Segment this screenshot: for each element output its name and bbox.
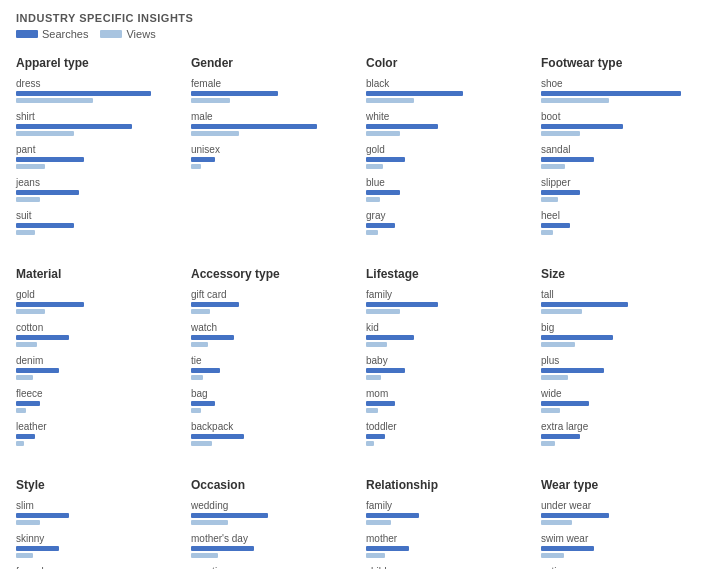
bar-label: extra large <box>541 421 704 432</box>
bar-label: cotton <box>16 322 179 333</box>
section-title-occasion: Occasion <box>191 478 354 492</box>
bar-item: backpack <box>191 421 354 446</box>
views-bar <box>366 408 378 413</box>
searches-bar <box>366 124 438 129</box>
bar-item: extra large <box>541 421 704 446</box>
searches-bar <box>191 368 220 373</box>
bar-label: pant <box>16 144 179 155</box>
bar-item: tie <box>191 355 354 380</box>
section-relationship: Relationshipfamilymotherchildgrandmother… <box>366 478 529 569</box>
bar-item: suit <box>16 210 179 235</box>
views-bar <box>366 98 414 103</box>
bar-item: mom <box>366 388 529 413</box>
bar-group <box>16 157 179 169</box>
bar-group <box>191 546 354 558</box>
bar-item: unisex <box>191 144 354 169</box>
searches-bar <box>541 91 681 96</box>
bar-item: denim <box>16 355 179 380</box>
searches-bar <box>16 368 59 373</box>
bar-group <box>366 190 529 202</box>
bar-group <box>191 434 354 446</box>
views-bar <box>541 553 564 558</box>
section-title-style: Style <box>16 478 179 492</box>
sections-grid: Apparel typedressshirtpantjeanssuitGende… <box>16 56 704 569</box>
bar-group <box>191 302 354 314</box>
bar-item: wedding <box>191 500 354 525</box>
views-bar <box>191 553 218 558</box>
bar-label: under wear <box>541 500 704 511</box>
bar-label: male <box>191 111 354 122</box>
searches-bar <box>191 157 215 162</box>
bar-group <box>16 223 179 235</box>
searches-bar <box>366 223 395 228</box>
views-bar <box>16 230 35 235</box>
views-bar <box>366 553 385 558</box>
searches-bar <box>16 223 74 228</box>
views-bar <box>191 98 230 103</box>
views-bar <box>366 131 400 136</box>
searches-bar <box>16 124 132 129</box>
views-bar <box>16 98 93 103</box>
views-bar <box>191 131 239 136</box>
views-bar <box>541 309 582 314</box>
views-bar <box>16 408 26 413</box>
views-bar <box>366 342 387 347</box>
bar-group <box>16 434 179 446</box>
views-bar-legend <box>100 30 122 38</box>
bar-label: female <box>191 78 354 89</box>
section-apparel-type: Apparel typedressshirtpantjeanssuit <box>16 56 179 243</box>
views-bar <box>541 98 609 103</box>
views-bar <box>366 441 374 446</box>
bar-item: mother's day <box>191 533 354 558</box>
views-bar <box>366 520 391 525</box>
views-bar <box>16 375 33 380</box>
bar-label: gray <box>366 210 529 221</box>
bar-group <box>366 434 529 446</box>
views-bar <box>16 164 45 169</box>
bar-group <box>191 513 354 525</box>
bar-label: bag <box>191 388 354 399</box>
bar-group <box>541 91 704 103</box>
bar-label: heel <box>541 210 704 221</box>
bar-group <box>541 513 704 525</box>
bar-group <box>366 335 529 347</box>
bar-group <box>366 513 529 525</box>
bar-group <box>191 401 354 413</box>
searches-bar <box>541 223 570 228</box>
bar-label: blue <box>366 177 529 188</box>
bar-label: denim <box>16 355 179 366</box>
bar-label: wedding <box>191 500 354 511</box>
bar-item: dress <box>16 78 179 103</box>
views-bar <box>191 408 201 413</box>
bar-item: swim wear <box>541 533 704 558</box>
searches-bar <box>366 434 385 439</box>
searches-bar <box>366 335 414 340</box>
bar-label: dress <box>16 78 179 89</box>
bar-label: swim wear <box>541 533 704 544</box>
bar-label: family <box>366 289 529 300</box>
bar-item: kid <box>366 322 529 347</box>
bar-item: heel <box>541 210 704 235</box>
bar-label: mom <box>366 388 529 399</box>
bar-item: fleece <box>16 388 179 413</box>
views-bar <box>366 309 400 314</box>
searches-bar <box>366 302 438 307</box>
bar-group <box>191 368 354 380</box>
bar-label: baby <box>366 355 529 366</box>
views-bar <box>16 197 40 202</box>
views-bar <box>541 441 555 446</box>
bar-label: shirt <box>16 111 179 122</box>
bar-item: baby <box>366 355 529 380</box>
searches-bar <box>191 434 244 439</box>
searches-bar <box>16 546 59 551</box>
bar-item: gold <box>366 144 529 169</box>
bar-group <box>366 546 529 558</box>
searches-bar <box>16 91 151 96</box>
searches-bar <box>541 546 594 551</box>
section-lifestage: Lifestagefamilykidbabymomtoddler <box>366 267 529 454</box>
bar-item: under wear <box>541 500 704 525</box>
section-title-footwear-type: Footwear type <box>541 56 704 70</box>
bar-label: wide <box>541 388 704 399</box>
searches-bar <box>541 368 604 373</box>
bar-group <box>366 157 529 169</box>
